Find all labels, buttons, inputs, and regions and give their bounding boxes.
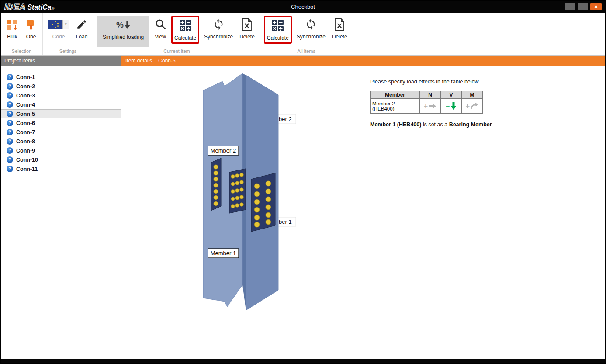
conn-item-label: Conn-5 [16,111,35,117]
occluded-label-member1: ber 1 [277,217,296,226]
bulk-label: Bulk [7,34,17,40]
minimize-button[interactable]: ─ [565,3,575,10]
load-effects-panel: Please specify load effects in the table… [360,66,605,359]
bolt-plate-left [211,158,221,211]
minimize-icon: ─ [568,4,572,10]
calculate-all-button[interactable]: Calculate [265,17,291,42]
svg-text:ber 2: ber 2 [279,116,292,122]
question-icon: ? [7,92,13,99]
delete-current-label: Delete [239,34,255,40]
sidebar-item-conn-9[interactable]: ?Conn-9 [1,146,121,155]
bulk-button[interactable]: Bulk [4,16,20,47]
percent-down-icon: % [116,17,130,32]
item-details-name: Conn-5 [158,58,175,64]
magnifier-icon [155,17,166,31]
sidebar-item-conn-6[interactable]: ?Conn-6 [1,118,121,128]
ribbon-group-settings: ▼ Code Load Settings [43,13,93,55]
sidebar-item-conn-8[interactable]: ?Conn-8 [1,137,121,146]
sidebar-item-conn-10[interactable]: ?Conn-10 [1,155,121,164]
sidebar-item-conn-2[interactable]: ?Conn-2 [1,82,121,91]
question-icon: ? [7,166,13,172]
calculator-icon [179,18,192,33]
code-dropdown[interactable]: ▼ Code [46,16,71,47]
ribbon-group-all-items: Calculate Synchronize [260,13,353,55]
question-icon: ? [7,74,13,80]
project-items-sidebar: Project Items ?Conn-1 ?Conn-2 ?Conn-3 ?C… [1,56,121,359]
conn-item-label: Conn-7 [16,129,35,135]
synchronize-all-label: Synchronize [297,34,326,40]
app-window: IDEA StatiCa ® Checkbot ─ × [0,0,606,364]
instruction-text: Please specify load effects in the table… [370,79,596,85]
svg-text:Member 1: Member 1 [211,250,236,257]
sidebar-item-conn-1[interactable]: ?Conn-1 [1,73,121,82]
simplified-loading-label: Simplified loading [103,34,144,40]
question-icon: ? [7,138,13,145]
load-label: Load [76,34,88,40]
question-icon: ? [7,156,13,163]
simplified-loading-toggle[interactable]: % Simplified loading [97,16,149,47]
view-button[interactable]: View [152,16,168,47]
delete-all-label: Delete [332,34,347,40]
ribbon-group-current-item: % Simplified loading View [93,13,260,55]
group-label-selection: Selection [4,47,39,55]
view-label: View [155,34,166,40]
chevron-down-icon: ▼ [63,20,69,29]
shear-force-cell[interactable]: − [441,99,462,114]
member-cell: Member 2 (HEB400) [371,99,420,114]
conn-item-label: Conn-2 [16,83,35,90]
bolt-plate-middle [229,169,246,213]
maximize-button[interactable] [578,3,588,10]
sidebar-item-conn-7[interactable]: ?Conn-7 [1,128,121,137]
calculate-current-highlight: Calculate [171,16,199,44]
conn-item-label: Conn-8 [16,139,35,145]
code-flag-icon: ▼ [48,17,69,31]
bearing-member-note: Member 1 (HEB400) is set as a Bearing Me… [370,121,596,128]
content-area: Project Items ?Conn-1 ?Conn-2 ?Conn-3 ?C… [1,56,605,359]
titlebar: IDEA StatiCa ® Checkbot ─ × [1,1,605,13]
sidebar-header: Project Items [1,56,121,66]
question-icon: ? [7,101,13,108]
logo-idea-text: IDEA [4,2,26,12]
sync-icon [305,17,317,31]
logo-registered-mark: ® [52,7,55,10]
sidebar-item-conn-11[interactable]: ?Conn-11 [1,164,121,173]
delete-document-icon [242,17,252,31]
sidebar-item-conn-5[interactable]: ?Conn-5 [1,109,121,118]
question-icon: ? [7,129,13,135]
synchronize-current-label: Synchronize [204,34,233,40]
plus-arrow-right-icon: + [424,103,436,110]
calculate-all-label: Calculate [267,35,289,41]
one-icon [25,17,37,31]
column-header-n: N [420,91,441,99]
question-icon: ? [7,120,13,126]
bearing-note-text: is set as a [421,121,449,128]
group-label-all-items: All items [264,47,349,55]
member1-label: Member 1 [208,249,239,258]
conn-item-label: Conn-3 [16,93,35,99]
delete-current-button[interactable]: Delete [238,16,256,47]
close-button[interactable]: × [590,3,602,10]
sync-icon [213,17,225,31]
moment-cell[interactable]: + [462,99,483,114]
project-item-list: ?Conn-1 ?Conn-2 ?Conn-3 ?Conn-4 ?Conn-5 … [1,66,121,173]
synchronize-current-button[interactable]: Synchronize [202,16,235,47]
delete-all-button[interactable]: Delete [330,16,349,47]
axial-force-cell[interactable]: + [420,99,441,114]
sidebar-item-conn-3[interactable]: ?Conn-3 [1,91,121,100]
one-button[interactable]: One [23,16,39,47]
svg-text:Member 2: Member 2 [211,147,236,154]
item-details-title: Item details [125,58,152,64]
column-header-member: Member [371,91,420,99]
conn-item-label: Conn-4 [16,102,35,108]
load-button[interactable]: Load [74,16,90,47]
load-effects-table: Member N V M Member 2 (HEB400) [370,91,483,114]
conn-item-label: Conn-6 [16,120,35,126]
sidebar-item-conn-4[interactable]: ?Conn-4 [1,100,121,109]
synchronize-all-button[interactable]: Synchronize [295,16,327,47]
bearing-member-term: Bearing Member [449,121,492,128]
3d-viewport[interactable]: ber 2 ber 1 [121,66,360,359]
idea-statica-logo: IDEA StatiCa ® [4,2,54,12]
calculate-current-button[interactable]: Calculate [173,17,198,42]
conn-item-label: Conn-10 [16,157,38,163]
conn-item-label: Conn-9 [16,148,35,154]
